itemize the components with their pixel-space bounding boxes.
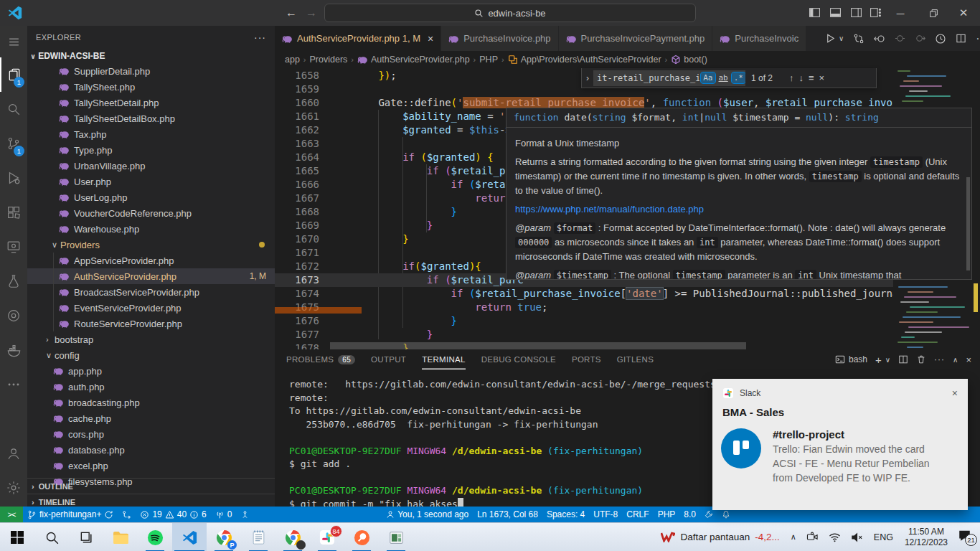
breadcrumb-item[interactable]: boot() [671,55,707,65]
open-changes-icon[interactable] [853,33,864,44]
breadcrumb-item[interactable]: PHP [479,55,498,65]
tree-file-row[interactable]: cors.php [27,426,275,442]
tree-file-row[interactable]: TallySheet.php [27,79,275,95]
tree-file-row[interactable]: User.php [27,174,275,189]
tree-file-row[interactable]: UrbanVillage.php [27,158,275,174]
notification-close-icon[interactable]: × [952,387,958,399]
indentation-status[interactable]: Spaces: 4 [542,507,589,522]
tray-expand-icon[interactable]: ∧ [786,532,801,542]
taskbar-task-view[interactable] [69,523,103,551]
tree-file-row[interactable]: SupplierDetail.php [27,63,275,79]
clock[interactable]: 11:50 AM 12/12/2023 [899,527,953,548]
find-close-icon[interactable]: × [819,72,825,83]
panel-tab-terminal[interactable]: TERMINAL [422,349,466,369]
regex-toggle[interactable]: .* [732,72,745,83]
activity-account[interactable] [0,436,27,471]
customize-layout-icon[interactable] [870,6,882,19]
toggle-secondary-sidebar-icon[interactable] [850,6,862,19]
split-editor-icon[interactable] [956,33,966,44]
tree-file-row[interactable]: Type.php [27,142,275,158]
activity-source-control[interactable]: 1 [0,126,27,161]
taskbar-photos[interactable] [379,523,413,551]
terminal-dropdown-icon[interactable]: ∨ [885,356,890,364]
activity-remote-explorer[interactable] [0,230,27,264]
activity-more-tools[interactable] [0,367,27,402]
activity-extensions[interactable] [0,195,27,230]
tab-close-icon[interactable]: × [428,33,433,44]
editor-more-actions-icon[interactable]: ··· [976,32,980,45]
breadcrumb-item[interactable]: App\Providers\AuthServiceProvider [508,55,661,65]
find-next-icon[interactable]: ↓ [799,72,804,83]
restore-button[interactable] [917,0,950,26]
language-mode-status[interactable]: PHP [654,507,680,522]
git-branch-status[interactable]: fix-perhitungan+ [23,507,118,522]
go-back-reference-icon[interactable] [874,33,885,44]
volume-muted-icon[interactable] [846,532,868,542]
history-forward-button[interactable]: → [303,4,320,22]
encoding-status[interactable]: UTF-8 [589,507,622,522]
outline-section[interactable]: ›OUTLINE [27,478,275,494]
toggle-sidebar-icon[interactable] [809,6,821,19]
horizontal-scrollbar[interactable] [330,342,746,349]
minimize-button[interactable]: ─ [884,0,917,26]
cursor-position-status[interactable]: Ln 1673, Col 68 [473,507,542,522]
taskbar-file-explorer[interactable] [103,523,138,551]
panel-more-actions-icon[interactable]: ··· [934,354,945,364]
tree-file-row[interactable]: VoucherCodeReference.php [27,205,275,221]
find-previous-icon[interactable]: ↑ [789,72,794,83]
whole-word-toggle[interactable]: ab [717,72,730,83]
find-in-selection-icon[interactable]: ≡ [809,72,814,83]
keyboard-language[interactable]: ENG [868,532,899,542]
action-center[interactable]: 21 [953,529,980,545]
new-terminal-icon[interactable]: + [875,354,882,366]
tree-file-row[interactable]: Warehouse.php [27,221,275,237]
split-terminal-icon[interactable] [898,354,908,364]
blame-status[interactable]: You, 1 second ago [382,507,473,522]
timeline-history-icon[interactable] [935,33,946,44]
breadcrumb-item[interactable]: AuthServiceProvider.php [357,55,470,65]
tree-folder-row[interactable]: ∨Providers [27,237,275,253]
tree-file-row[interactable]: EventServiceProvider.php [27,300,275,316]
taskbar-notepad[interactable] [241,523,275,551]
tree-file-row[interactable]: excel.php [27,458,275,474]
tree-folder-row[interactable]: ∨config [27,347,275,363]
tree-file-row[interactable]: RouteServiceProvider.php [27,316,275,331]
command-center-search[interactable]: edwin-acsi-be [324,4,696,22]
tree-file-row[interactable]: cache.php [27,410,275,426]
activity-run-debug[interactable] [0,161,27,195]
tree-file-row[interactable]: TallySheetDetailBox.php [27,110,275,126]
activity-testing[interactable] [0,264,27,298]
match-case-toggle[interactable]: Aa [701,72,715,83]
gitlens-compare-status[interactable] [118,507,136,522]
maximize-panel-icon[interactable]: ∧ [953,356,958,364]
tree-file-row[interactable]: AuthServiceProvider.php1, M [27,268,275,284]
taskbar-vscode[interactable] [172,523,207,551]
find-input[interactable]: it-retail_purchase_invoice Aa ab .* [593,70,745,86]
tree-file-row[interactable]: app.php [27,363,275,379]
gitlens-status[interactable] [236,507,254,522]
history-back-button[interactable]: ← [283,4,300,22]
taskbar-chrome-work[interactable] [275,523,310,551]
tree-file-row[interactable]: database.php [27,442,275,458]
timeline-section[interactable]: ›TIMELINE [27,494,275,507]
prev-change-icon[interactable] [895,33,905,44]
panel-tab-debug-console[interactable]: DEBUG CONSOLE [481,349,556,369]
problems-status[interactable]: 19 40 6 [136,507,210,522]
close-panel-icon[interactable]: × [966,354,971,365]
tree-folder-row[interactable]: ›bootstrap [27,331,275,347]
sync-icon[interactable] [104,510,113,519]
activity-menu[interactable] [0,26,27,57]
watchlist-widget[interactable]: Daftar pantauan -4,2... [655,532,785,542]
editor-tab[interactable]: PurchaseInvoice.php [441,26,558,51]
close-window-button[interactable]: ✕ [947,0,980,26]
tree-file-row[interactable]: Tax.php [27,126,275,142]
php-version-status[interactable]: 8.0 [679,507,700,522]
explorer-more-actions-icon[interactable]: ··· [254,32,266,43]
activity-docker[interactable] [0,333,27,367]
panel-tab-output[interactable]: OUTPUT [371,349,406,369]
meet-now-icon[interactable] [801,532,824,542]
kill-terminal-icon[interactable] [916,354,926,364]
tree-file-row[interactable]: broadcasting.php [27,395,275,410]
activity-circle-extension[interactable] [0,298,27,333]
editor-tab[interactable]: AuthServiceProvider.php 1, M× [275,26,441,51]
